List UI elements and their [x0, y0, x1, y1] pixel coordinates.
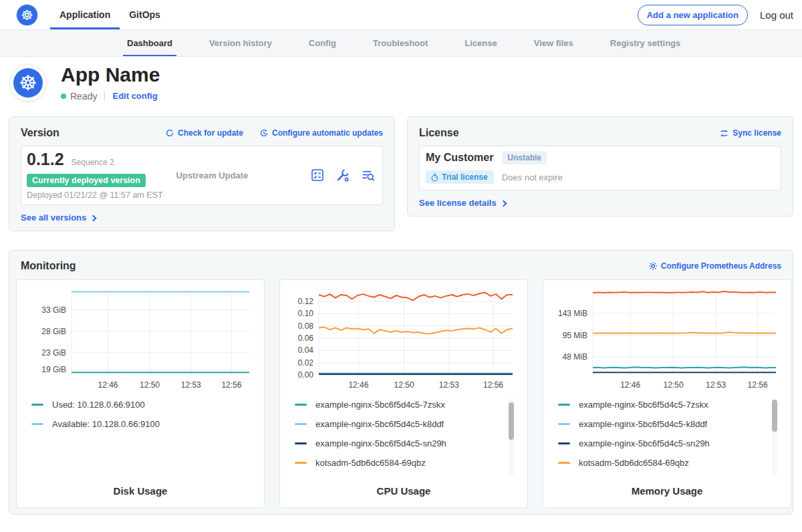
monitoring-card: Monitoring Configure Prometheus Address … — [9, 250, 793, 515]
diff-preflight-icon[interactable] — [360, 168, 376, 183]
disk-usage-chart: 12:4612:5012:5312:5619 GiB23 GiB28 GiB33… — [25, 287, 256, 391]
svg-text:12:53: 12:53 — [706, 380, 726, 390]
svg-text:12:53: 12:53 — [181, 380, 201, 390]
svg-text:19 GiB: 19 GiB — [41, 365, 66, 374]
legend-label: kotsadm-5db6dc6584-69qbz — [579, 458, 689, 468]
current-version-panel: 0.1.2 Sequence 2 Currently deployed vers… — [21, 146, 383, 205]
kubernetes-app-icon: ☸ — [13, 68, 43, 98]
configure-automatic-updates-link[interactable]: Configure automatic updates — [259, 128, 383, 138]
svg-text:12:50: 12:50 — [394, 380, 414, 390]
license-type-label: Trial license — [442, 172, 488, 182]
subnav-tab-view-files[interactable]: View files — [530, 30, 577, 56]
deployed-timestamp: Deployed 01/21/22 @ 11:57 am EST — [27, 190, 163, 200]
see-all-versions-link[interactable]: See all versions — [21, 213, 96, 223]
add-new-application-button[interactable]: Add a new application — [638, 5, 748, 25]
legend-item: example-nginx-5bc6f5d4c5-7zskx — [558, 400, 763, 410]
logout-link[interactable]: Log out — [760, 9, 793, 21]
legend-color-dash — [295, 404, 307, 406]
see-license-details-link[interactable]: See license details — [419, 198, 506, 208]
legend-scrollbar-thumb[interactable] — [772, 400, 777, 432]
version-number: 0.1.2 — [27, 150, 64, 168]
subnav-tab-troubleshoot[interactable]: Troubleshoot — [369, 30, 432, 56]
legend-scrollbar-thumb[interactable] — [509, 402, 514, 440]
svg-text:23 GiB: 23 GiB — [41, 348, 66, 358]
svg-text:12:56: 12:56 — [221, 380, 241, 390]
gear-icon — [648, 261, 658, 271]
svg-text:12:56: 12:56 — [748, 380, 768, 390]
legend-color-dash — [31, 423, 43, 425]
sync-license-label: Sync license — [732, 128, 781, 138]
legend-item: Used: 10.128.0.66:9100 — [31, 400, 236, 410]
legend-color-dash — [295, 442, 307, 444]
legend-item: kotsadm-5db6dc6584-69qbz — [558, 458, 763, 468]
page-title: App Name — [61, 64, 160, 86]
stopwatch-icon — [430, 173, 439, 182]
svg-text:12:53: 12:53 — [439, 380, 459, 390]
disk-usage-legend: Used: 10.128.0.66:9100Available: 10.128.… — [25, 398, 256, 438]
license-channel-badge: Unstable — [502, 151, 547, 164]
svg-text:12:46: 12:46 — [98, 380, 118, 390]
chevron-right-icon — [500, 200, 507, 207]
schedule-update-icon — [259, 128, 269, 138]
memory-usage-chart: 12:4612:5012:5312:5648 MiB95 MiB143 MiB — [551, 287, 783, 391]
svg-text:0.02: 0.02 — [298, 358, 314, 368]
license-card: License Sync license My Customer Unstabl… — [407, 116, 793, 217]
legend-label: Available: 10.128.0.66:9100 — [52, 419, 160, 429]
svg-text:0.06: 0.06 — [298, 334, 314, 343]
cpu-usage-panel: 12:4612:5012:5312:560.000.020.040.060.08… — [279, 279, 528, 508]
svg-text:33 GiB: 33 GiB — [41, 305, 66, 315]
memory-usage-title: Memory Usage — [551, 485, 783, 502]
configure-automatic-updates-label: Configure automatic updates — [272, 128, 383, 138]
topnav-tab-application[interactable]: Application — [50, 0, 120, 29]
cpu-usage-title: CPU Usage — [288, 485, 519, 502]
memory-usage-panel: 12:4612:5012:5312:5648 MiB95 MiB143 MiBe… — [543, 279, 791, 508]
monitoring-title: Monitoring — [21, 260, 632, 272]
legend-label: Used: 10.128.0.66:9100 — [52, 400, 145, 410]
svg-text:48 MiB: 48 MiB — [563, 352, 587, 362]
legend-color-dash — [295, 423, 307, 425]
subnav-tab-license[interactable]: License — [460, 30, 501, 56]
sync-icon — [719, 128, 729, 138]
legend-color-dash — [558, 442, 570, 444]
legend-label: example-nginx-5bc6f5d4c5-7zskx — [315, 400, 445, 410]
upstream-update-label: Upstream Update — [176, 170, 249, 180]
legend-item: example-nginx-5bc6f5d4c5-k8ddf — [558, 419, 763, 429]
cpu-usage-legend: example-nginx-5bc6f5d4c5-7zskxexample-ng… — [288, 398, 519, 477]
app-header: ☸ App Name Ready Edit config — [0, 57, 802, 111]
version-sequence: Sequence 2 — [72, 158, 114, 167]
legend-label: example-nginx-5bc6f5d4c5-k8ddf — [579, 419, 707, 429]
legend-label: kotsadm-5db6dc6584-69qbz — [315, 458, 426, 468]
configure-prometheus-link[interactable]: Configure Prometheus Address — [648, 261, 781, 271]
license-panel: My Customer Unstable Trial license Does … — [419, 146, 781, 190]
subnav-tab-registry-settings[interactable]: Registry settings — [606, 30, 684, 56]
legend-label: example-nginx-5bc6f5d4c5-k8ddf — [315, 419, 444, 429]
svg-text:12:46: 12:46 — [620, 380, 640, 390]
legend-color-dash — [558, 423, 570, 425]
topnav-tabs: ApplicationGitOps — [50, 0, 170, 29]
subnav-tab-dashboard[interactable]: Dashboard — [123, 30, 176, 56]
topnav-tab-gitops[interactable]: GitOps — [120, 0, 170, 29]
svg-text:12:50: 12:50 — [664, 380, 684, 390]
check-for-update-label: Check for update — [178, 128, 243, 138]
legend-color-dash — [31, 404, 43, 406]
config-wrench-icon[interactable] — [335, 168, 350, 183]
legend-label: example-nginx-5bc6f5d4c5-sn29h — [579, 438, 710, 448]
svg-text:0.10: 0.10 — [298, 309, 314, 318]
edit-config-link[interactable]: Edit config — [112, 91, 157, 101]
version-card-title: Version — [21, 127, 149, 139]
legend-item: example-nginx-5bc6f5d4c5-7zskx — [295, 400, 499, 410]
top-nav: ☸ ApplicationGitOps Add a new applicatio… — [0, 0, 802, 30]
svg-text:0.00: 0.00 — [298, 370, 314, 380]
svg-text:0.04: 0.04 — [298, 346, 314, 355]
legend-scrollbar[interactable] — [509, 398, 514, 476]
check-for-update-link[interactable]: Check for update — [165, 128, 243, 138]
chevron-right-icon — [90, 215, 97, 221]
legend-color-dash — [558, 462, 570, 464]
app-status: Ready — [70, 91, 97, 102]
legend-scrollbar[interactable] — [772, 398, 777, 476]
release-notes-icon[interactable] — [310, 168, 325, 182]
sync-license-link[interactable]: Sync license — [719, 128, 781, 138]
subnav-tab-config[interactable]: Config — [305, 30, 340, 56]
svg-text:0.12: 0.12 — [298, 297, 314, 306]
subnav-tab-version-history[interactable]: Version history — [205, 30, 276, 56]
